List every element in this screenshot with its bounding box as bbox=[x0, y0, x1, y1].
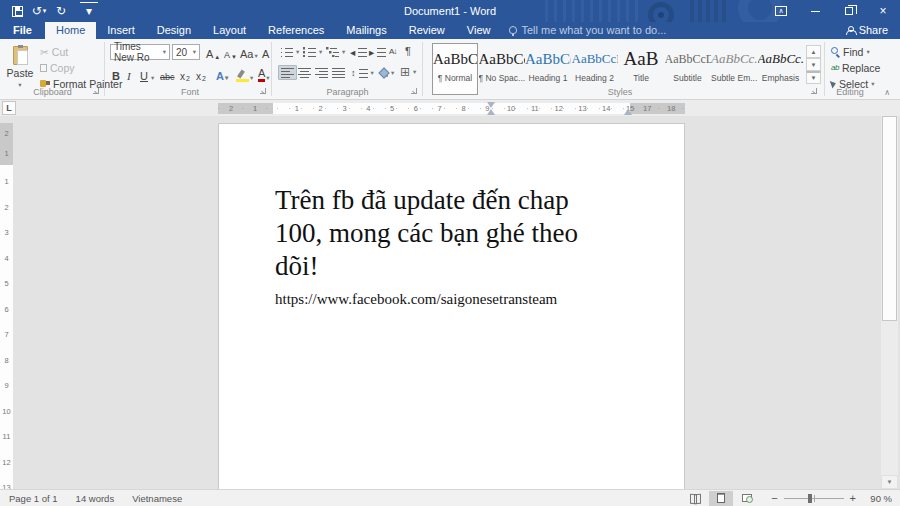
tell-me-box[interactable]: Tell me what you want to do... bbox=[501, 22, 674, 39]
restore-button[interactable] bbox=[832, 0, 866, 22]
cut-button[interactable]: ✂ Cut bbox=[38, 44, 70, 59]
redo-button[interactable]: ↻ bbox=[52, 2, 70, 20]
zoom-out-button[interactable]: − bbox=[771, 493, 777, 503]
zoom-slider-thumb[interactable] bbox=[808, 494, 812, 503]
style-card[interactable]: AaBbCc. Subtle Em... bbox=[711, 43, 757, 95]
indent-lines-icon bbox=[358, 47, 367, 57]
customize-qat-button[interactable]: ▾ bbox=[80, 2, 98, 20]
zoom-in-button[interactable]: + bbox=[850, 493, 856, 503]
font-size-combo[interactable]: 20 ▾ bbox=[172, 44, 200, 60]
ribbon-tab[interactable]: Home bbox=[45, 22, 96, 39]
font-color-button[interactable]: A▾ bbox=[256, 66, 272, 82]
status-bar-right: − + 90 % bbox=[683, 491, 900, 506]
superscript-button[interactable]: x2 bbox=[194, 66, 208, 82]
styles-gallery-more-button[interactable]: ▼ bbox=[806, 71, 821, 84]
ribbon-tab[interactable]: References bbox=[257, 22, 335, 39]
read-mode-button[interactable] bbox=[683, 491, 707, 506]
save-button[interactable] bbox=[8, 2, 26, 20]
scrollbar-track[interactable] bbox=[881, 116, 898, 475]
document-text-line[interactable]: dõi! bbox=[275, 250, 635, 283]
borders-button[interactable]: ⊞▾ bbox=[398, 64, 418, 79]
sort-button[interactable]: A↓ bbox=[387, 44, 398, 59]
document-text-line[interactable]: 100, mong các bạn ghé theo bbox=[275, 217, 635, 250]
increase-indent-button[interactable]: ▸ bbox=[367, 44, 388, 59]
zoom-slider-track[interactable] bbox=[784, 498, 844, 499]
align-left-button[interactable] bbox=[278, 65, 297, 80]
shading-button[interactable]: ▾ bbox=[377, 65, 396, 80]
shrink-font-button[interactable]: A▼ bbox=[222, 44, 239, 60]
web-layout-button[interactable] bbox=[735, 491, 759, 506]
editing-group-label: Editing bbox=[826, 87, 874, 97]
styles-scroll-down-button[interactable]: ▼ bbox=[806, 58, 821, 71]
underline-dropdown[interactable]: ▾ bbox=[149, 66, 156, 82]
vertical-scrollbar[interactable]: ▲ ▼ bbox=[881, 116, 898, 489]
document-text-line[interactable]: Trên fb đã update đến chap bbox=[275, 184, 635, 217]
align-right-button[interactable] bbox=[313, 65, 330, 80]
style-card[interactable]: AaBbCcI ¶ Normal bbox=[432, 43, 478, 95]
undo-button[interactable]: ↺ ▾ bbox=[30, 2, 48, 20]
document-page[interactable]: Trên fb đã update đến chap100, mong các … bbox=[218, 123, 685, 489]
copy-button[interactable]: Copy bbox=[38, 60, 77, 75]
ribbon-tab[interactable]: Review bbox=[398, 22, 456, 39]
clipboard-dialog-launcher[interactable] bbox=[92, 87, 101, 96]
scroll-down-button[interactable]: ▼ bbox=[881, 475, 898, 489]
font-dialog-launcher[interactable] bbox=[259, 87, 268, 96]
page-count-status[interactable]: Page 1 of 1 bbox=[0, 493, 67, 504]
change-case-button[interactable]: Aa▾ bbox=[238, 44, 260, 60]
bold-button[interactable]: B bbox=[110, 66, 122, 82]
show-hide-marks-button[interactable]: ¶ bbox=[403, 43, 413, 58]
zoom-level-value[interactable]: 90 % bbox=[858, 493, 892, 504]
tab-selector-button[interactable]: L bbox=[2, 101, 16, 115]
paragraph-dialog-launcher[interactable] bbox=[410, 87, 419, 96]
word-count-status[interactable]: 14 words bbox=[67, 493, 124, 504]
bullets-button[interactable]: ▾ bbox=[278, 44, 301, 59]
styles-scroll-up-button[interactable]: ▲ bbox=[806, 45, 821, 58]
style-card[interactable]: AaBbCcI ¶ No Spac... bbox=[479, 43, 525, 95]
ribbon-tab[interactable]: Mailings bbox=[335, 22, 397, 39]
person-icon bbox=[846, 26, 855, 35]
tell-me-label: Tell me what you want to do... bbox=[521, 24, 666, 36]
strikethrough-button[interactable]: abc bbox=[158, 66, 177, 82]
language-status[interactable]: Vietnamese bbox=[123, 493, 191, 504]
ruler-numbers: 123456789101112131415 bbox=[285, 103, 642, 114]
replace-button[interactable]: ab Replace bbox=[829, 60, 882, 75]
collapse-ribbon-button[interactable]: ∧ bbox=[884, 88, 890, 97]
ribbon-tab[interactable]: View bbox=[456, 22, 502, 39]
justify-button[interactable] bbox=[330, 65, 347, 80]
style-card[interactable]: AaBbC( Heading 1 bbox=[525, 43, 571, 95]
justify-icon bbox=[332, 68, 345, 78]
numbering-button[interactable]: ▾ bbox=[301, 44, 324, 59]
ribbon-tab[interactable]: Design bbox=[146, 22, 202, 39]
style-card[interactable]: AaBbCc. Emphasis bbox=[758, 43, 804, 95]
grow-font-button[interactable]: A▲ bbox=[204, 44, 222, 60]
print-layout-button[interactable] bbox=[709, 491, 733, 506]
find-button[interactable]: Find ▾ bbox=[829, 44, 872, 59]
share-button[interactable]: Share bbox=[834, 22, 900, 39]
vertical-ruler[interactable]: 2 1 12345678910111213 bbox=[0, 123, 13, 489]
document-url-text[interactable]: https://www.facebook.com/saigonesetranst… bbox=[275, 288, 635, 310]
first-line-indent-marker[interactable] bbox=[487, 102, 495, 108]
text-effects-button[interactable]: A▾ bbox=[214, 66, 230, 82]
document-text[interactable]: Trên fb đã update đến chap100, mong các … bbox=[275, 184, 635, 310]
align-center-button[interactable] bbox=[296, 65, 313, 80]
scrollbar-thumb[interactable] bbox=[882, 116, 897, 321]
line-spacing-button[interactable]: ↕▾ bbox=[349, 65, 376, 80]
font-name-combo[interactable]: Times New Ro ▾ bbox=[110, 44, 170, 60]
horizontal-ruler[interactable]: 2 1 123456789101112131415 17 18 bbox=[218, 103, 685, 114]
italic-button[interactable]: I bbox=[125, 66, 133, 82]
ribbon-display-options-button[interactable]: ∧ bbox=[764, 0, 798, 22]
styles-dialog-launcher[interactable] bbox=[810, 87, 819, 96]
style-card[interactable]: AaBbCcD Subtitle bbox=[665, 43, 711, 95]
hanging-indent-marker[interactable] bbox=[487, 109, 495, 115]
close-button[interactable]: × bbox=[866, 0, 900, 22]
highlight-color-button[interactable]: ▾ bbox=[234, 66, 255, 82]
multilevel-list-button[interactable]: ▾ bbox=[324, 44, 347, 59]
minimize-button[interactable] bbox=[798, 0, 832, 22]
ribbon-tab[interactable]: Insert bbox=[96, 22, 146, 39]
align-right-icon bbox=[315, 68, 328, 78]
subscript-button[interactable]: x2 bbox=[178, 66, 192, 82]
tab-file[interactable]: File bbox=[0, 22, 45, 39]
ribbon-tab[interactable]: Layout bbox=[202, 22, 257, 39]
right-indent-marker[interactable] bbox=[624, 109, 632, 115]
undo-dropdown-icon[interactable]: ▾ bbox=[43, 7, 47, 15]
